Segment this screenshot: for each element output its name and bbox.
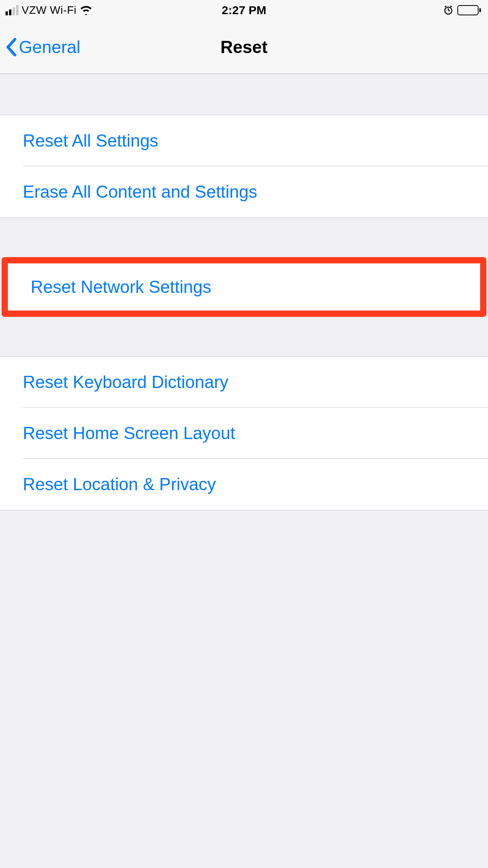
row-label: Reset All Settings — [23, 131, 158, 151]
reset-network-settings-row[interactable]: Reset Network Settings — [8, 263, 480, 311]
row-label: Reset Location & Privacy — [23, 474, 216, 494]
row-label: Erase All Content and Settings — [23, 182, 257, 202]
page-title: Reset — [220, 37, 268, 57]
reset-location-privacy-row[interactable]: Reset Location & Privacy — [0, 459, 488, 510]
carrier-label: VZW Wi-Fi — [22, 4, 77, 17]
navigation-bar: General Reset — [0, 20, 488, 74]
row-label: Reset Network Settings — [31, 277, 211, 297]
highlight-annotation: Reset Network Settings — [2, 257, 486, 317]
status-bar: VZW Wi-Fi 2:27 PM — [0, 0, 488, 20]
back-label: General — [19, 37, 81, 57]
svg-line-4 — [450, 6, 452, 7]
reset-all-settings-row[interactable]: Reset All Settings — [0, 115, 488, 166]
reset-home-screen-layout-row[interactable]: Reset Home Screen Layout — [0, 408, 488, 459]
wifi-icon — [80, 6, 92, 15]
row-label: Reset Keyboard Dictionary — [23, 372, 228, 392]
reset-keyboard-dictionary-row[interactable]: Reset Keyboard Dictionary — [0, 357, 488, 408]
svg-line-3 — [445, 6, 446, 7]
row-label: Reset Home Screen Layout — [23, 423, 235, 443]
reset-group-3: Reset Keyboard Dictionary Reset Home Scr… — [0, 356, 488, 510]
reset-group-1: Reset All Settings Erase All Content and… — [0, 115, 488, 218]
chevron-left-icon — [6, 38, 17, 57]
erase-all-content-row[interactable]: Erase All Content and Settings — [0, 166, 488, 217]
alarm-icon — [443, 5, 453, 15]
battery-icon — [457, 5, 481, 15]
back-button[interactable]: General — [6, 37, 81, 57]
signal-strength-icon — [6, 5, 18, 15]
status-time: 2:27 PM — [222, 4, 266, 17]
